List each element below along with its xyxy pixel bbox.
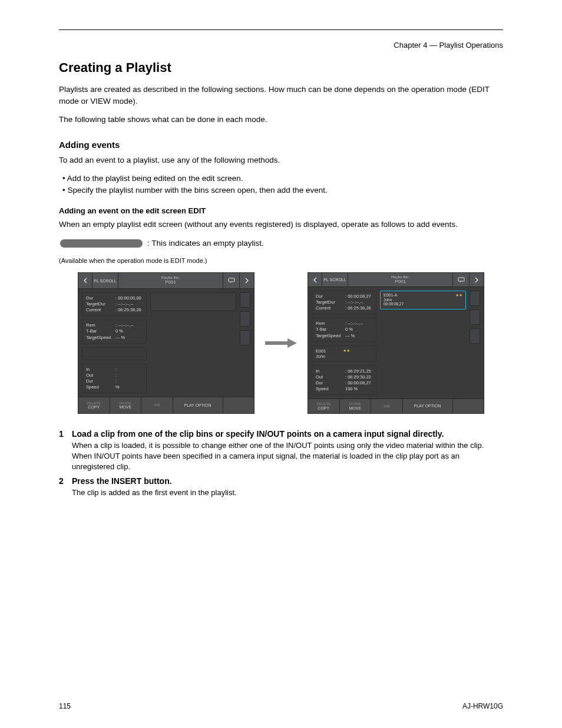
event-slot-empty[interactable] [150, 292, 236, 311]
playlist-title: Playlist Bin: P001 [118, 273, 223, 288]
event-box-empty [82, 347, 147, 360]
step-2-body: The clip is added as the first event in … [72, 487, 503, 498]
play-option-button[interactable]: PLAY OPTION [173, 397, 223, 413]
blank-button[interactable] [223, 397, 254, 413]
prev-button[interactable] [78, 273, 92, 288]
subhead-adding: Adding events [59, 140, 503, 150]
pl-scroll-button[interactable]: PL SCROLL [322, 273, 348, 286]
blank-button[interactable] [453, 399, 484, 413]
prev-button[interactable] [308, 273, 322, 286]
step-number: 1 [59, 429, 72, 472]
stats-box-1: Dur: 00:00:00,00 TargetDur: --:--:--,-- … [82, 292, 147, 316]
stats-box-1: Dur: 00:00:08,27 TargetDur: --:--:--,-- … [312, 291, 376, 314]
step-1-title: Load a clip from one of the clip bins or… [72, 429, 503, 439]
move-button[interactable]: DIVIDEMOVE [110, 397, 142, 413]
chevron-left-icon [312, 277, 318, 283]
side-slot[interactable] [470, 309, 480, 325]
add-on-edit-title: Adding an event on the edit screen EDIT [59, 206, 503, 215]
event-rating: ★★ [455, 293, 462, 298]
io-box: In: 06:29:21,25 Out: 06:29:30,22 Dur: 00… [312, 365, 376, 396]
side-slot[interactable] [240, 330, 250, 345]
stats-box-2: Rem: --:--:--,-- T-Bar 0 % TargetSpeed -… [312, 318, 376, 341]
side-slot[interactable] [470, 328, 480, 344]
empty-playlist-pill [60, 239, 143, 248]
chevron-right-icon [474, 277, 480, 283]
chevron-right-icon [244, 278, 250, 284]
event-dur: 00:00:08,27 [384, 302, 462, 306]
intro-para-2: The following table shows what can be do… [59, 114, 503, 126]
svg-rect-1 [458, 278, 464, 281]
playlist-title: Playlist Bin: P001 [348, 273, 453, 286]
stats-box-2: Rem: --:--:--,-- T-Bar 0 % TargetSpeed -… [82, 319, 147, 343]
speech-bubble-icon [228, 278, 235, 284]
step-number: 2 [59, 476, 72, 498]
page-number: 115 [59, 702, 71, 710]
method-1: Add to the playlist being edited on the … [67, 174, 243, 183]
pl-scroll-button[interactable]: PL SCROLL [92, 273, 118, 288]
copy-button[interactable]: DELETECOPY [308, 399, 340, 413]
nb-button[interactable]: N/B [141, 397, 173, 413]
page-title: Creating a Playlist [59, 60, 503, 75]
screenshot-after: PL SCROLL Playlist Bin: P001 Dur: 00:00:… [308, 272, 484, 414]
add-para: To add an event to a playlist, use any o… [59, 154, 503, 166]
side-slot[interactable] [240, 311, 250, 327]
step-2-title: Press the INSERT button. [72, 476, 503, 486]
comment-button[interactable] [453, 273, 470, 286]
pill-note: : This indicates an empty playlist. [147, 238, 264, 249]
event-id: E001-A [384, 293, 397, 298]
avail-note: (Available when the operation mode is ED… [59, 256, 503, 266]
play-option-button[interactable]: PLAY OPTION [403, 399, 453, 413]
nb-button[interactable]: N/B [371, 399, 403, 413]
arrow-right-icon [265, 337, 297, 349]
copy-button[interactable]: DELETECOPY [78, 397, 110, 413]
next-button[interactable] [470, 273, 484, 286]
svg-rect-0 [229, 278, 234, 282]
method-2: Specify the playlist number with the bin… [67, 186, 327, 195]
event-card-selected[interactable]: E001-A ★★ John 00:00:08,27 [380, 291, 466, 309]
event-left-box: E001★★ John [312, 345, 376, 362]
footer-model: AJ-HRW10G [462, 702, 503, 710]
intro-para-1: Playlists are created as described in th… [59, 84, 503, 107]
next-button[interactable] [240, 273, 254, 288]
step-1-body: When a clip is loaded, it is possible to… [72, 440, 503, 472]
move-button[interactable]: DIVIDEMOVE [340, 399, 372, 413]
side-slot[interactable] [240, 292, 250, 308]
event-name: John [384, 298, 462, 302]
io-box: In: Out: Dur: Speed % [82, 364, 147, 394]
chevron-left-icon [82, 278, 88, 284]
comment-button[interactable] [223, 273, 240, 288]
screenshot-before: PL SCROLL Playlist Bin: P001 Dur: 00:00:… [78, 272, 254, 414]
speech-bubble-icon [458, 277, 465, 283]
chapter-header: Chapter 4 — Playlist Operations [59, 41, 503, 50]
side-slot[interactable] [470, 291, 480, 306]
add-on-edit-intro: When an empty playlist edit screen (with… [59, 219, 503, 230]
